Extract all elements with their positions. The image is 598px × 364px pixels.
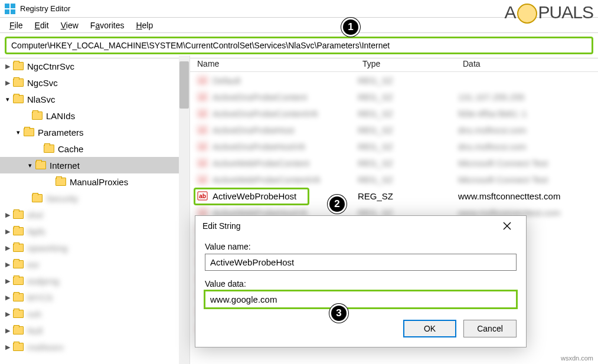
tree-label: esdprng <box>27 276 59 286</box>
svg-rect-2 <box>5 9 9 14</box>
folder-icon <box>13 211 24 219</box>
value-name: ActiveDnsProbeContent <box>213 92 307 102</box>
folder-icon <box>13 343 24 351</box>
menu-help[interactable]: Help <box>130 19 159 31</box>
chevron-right-icon[interactable]: ▶ <box>4 343 12 351</box>
list-row[interactable]: abActiveWebProbeContentV6REG_SZMicrosoft… <box>190 171 598 188</box>
chevron-down-icon[interactable]: ▾ <box>4 96 12 103</box>
tree-item-nlasvc[interactable]: ▾NlaSvc <box>0 91 189 107</box>
value-data-input[interactable] <box>205 291 517 308</box>
folder-icon <box>35 161 46 169</box>
svg-text:ab: ab <box>199 143 206 150</box>
list-row[interactable]: abActiveWebProbeContentREG_SZMicrosoft C… <box>190 155 598 171</box>
svg-rect-1 <box>11 4 15 8</box>
folder-icon <box>13 244 24 252</box>
dialog-title-bar[interactable]: Edit String <box>195 216 526 236</box>
tree-label: Cache <box>58 144 83 154</box>
tree-item-blurred[interactable]: ▶MYCS <box>0 289 189 306</box>
folder-icon <box>44 145 54 153</box>
chevron-right-icon[interactable]: ▶ <box>4 277 12 285</box>
tree-item-blurred[interactable]: ▶Null <box>0 322 189 339</box>
chevron-right-icon[interactable]: ▶ <box>4 63 12 70</box>
folder-icon <box>24 128 34 136</box>
tree-item-ngcsvc[interactable]: ▶NgcSvc <box>0 74 189 91</box>
value-data: dns.msftncsi.com <box>458 125 598 135</box>
menu-edit[interactable]: Edit <box>29 19 55 31</box>
menu-view[interactable]: View <box>55 19 84 31</box>
tree-label: NgcCtnrSvc <box>27 61 74 71</box>
tree-item-blurred[interactable]: ▶Npfs <box>0 223 189 240</box>
address-bar[interactable]: Computer\HKEY_LOCAL_MACHINE\SYSTEM\Curre… <box>5 37 593 54</box>
string-value-icon: ab <box>197 158 208 168</box>
tree-label: LANIds <box>46 111 75 121</box>
value-name: ActiveDnsProbeContentV6 <box>213 109 318 119</box>
tree-item-blurred[interactable]: ▶esr <box>0 256 189 273</box>
list-row[interactable]: abActiveDnsProbeHostREG_SZdns.msftncsi.c… <box>190 122 598 138</box>
col-header-name[interactable]: Name <box>197 59 362 68</box>
tree-label: xhvl <box>27 210 43 220</box>
window-title: Registry Editor <box>20 4 70 13</box>
value-name-label: Value name: <box>205 242 517 251</box>
folder-icon <box>13 95 24 103</box>
col-header-data[interactable]: Data <box>463 59 598 68</box>
list-row[interactable]: abActiveDnsProbeHostV6REG_SZdns.msftncsi… <box>190 138 598 155</box>
menu-file-label: ile <box>15 21 23 30</box>
menu-favorites[interactable]: Favorites <box>84 19 130 31</box>
tree-item-cache[interactable]: Cache <box>0 140 189 157</box>
folder-icon <box>13 227 24 235</box>
chevron-down-icon[interactable]: ▾ <box>14 129 22 136</box>
chevron-right-icon[interactable]: ▶ <box>4 327 12 335</box>
tree-pane[interactable]: ▶NgcCtnrSvc ▶NgcSvc ▾NlaSvc LANIds ▾Para… <box>0 55 190 364</box>
tree-item-blurred[interactable]: ▶npworking <box>0 240 189 256</box>
tree-label: Null <box>27 326 43 336</box>
list-row[interactable]: abDefaultREG_SZ <box>190 72 598 88</box>
value-type: REG_SZ <box>358 76 458 86</box>
ok-button[interactable]: OK <box>403 320 456 337</box>
tree-item-parameters[interactable]: ▾Parameters <box>0 124 189 140</box>
tree-item-blurred[interactable]: ▶rnsthosrv <box>0 339 189 355</box>
list-row[interactable]: abActiveDnsProbeContentREG_SZ131.107.255… <box>190 88 598 105</box>
chevron-right-icon[interactable]: ▶ <box>4 294 12 301</box>
folder-icon <box>13 78 24 87</box>
chevron-right-icon[interactable]: ▶ <box>4 211 12 219</box>
chevron-right-icon[interactable]: ▶ <box>4 228 12 235</box>
chevron-right-icon[interactable]: ▶ <box>4 310 12 318</box>
string-value-icon: ab <box>197 174 208 185</box>
string-value-icon: ab <box>197 141 208 152</box>
tree-label: nvh <box>27 309 41 319</box>
tree-item-lanids[interactable]: LANIds <box>0 107 189 124</box>
list-row[interactable]: abActiveDnsProbeContentV6REG_SZfd3e:4f5a… <box>190 105 598 122</box>
chevron-right-icon[interactable]: ▶ <box>4 244 12 252</box>
tree-item-blurred[interactable]: ▶xhvl <box>0 206 189 223</box>
tree-item-ngccntrsvc[interactable]: ▶NgcCtnrSvc <box>0 58 189 74</box>
value-data: 131.107.255.255 <box>458 92 598 102</box>
folder-icon <box>13 277 24 285</box>
chevron-right-icon[interactable]: ▶ <box>4 79 12 87</box>
chevron-down-icon[interactable]: ▾ <box>26 162 34 169</box>
callout-badge-3: 3 <box>329 304 348 323</box>
value-data: Microsoft Connect Test <box>458 175 598 185</box>
address-bar-wrap: Computer\HKEY_LOCAL_MACHINE\SYSTEM\Curre… <box>0 33 598 58</box>
menu-favorites-label: vorites <box>100 21 124 30</box>
scrollbar-thumb[interactable] <box>179 61 189 109</box>
tree-item-internet[interactable]: ▾Internet <box>0 157 189 173</box>
value-type: REG_SZ <box>358 109 458 119</box>
string-value-icon: ab <box>197 75 208 86</box>
tree-label: NlaSvc <box>27 94 55 104</box>
tree-item-blurred[interactable]: ▶nvh <box>0 306 189 322</box>
cancel-button[interactable]: Cancel <box>463 320 517 337</box>
svg-text:ab: ab <box>199 77 206 84</box>
close-button[interactable] <box>495 217 519 235</box>
menu-file[interactable]: File <box>4 19 29 31</box>
watermark: wsxdn.com <box>561 355 593 362</box>
col-header-type[interactable]: Type <box>362 59 463 68</box>
tree-item-blurred[interactable]: Security <box>0 190 189 206</box>
tree-item-manualproxies[interactable]: ManualProxies <box>0 173 189 190</box>
tree-scrollbar[interactable] <box>179 55 189 364</box>
value-type: REG_SZ <box>358 125 458 135</box>
tree-item-blurred[interactable]: ▶esdprng <box>0 273 189 289</box>
chevron-right-icon[interactable]: ▶ <box>4 261 12 268</box>
callout-badge-1: 1 <box>341 18 360 37</box>
value-name-input[interactable] <box>205 254 517 271</box>
logo-text: PUALS <box>538 2 593 22</box>
